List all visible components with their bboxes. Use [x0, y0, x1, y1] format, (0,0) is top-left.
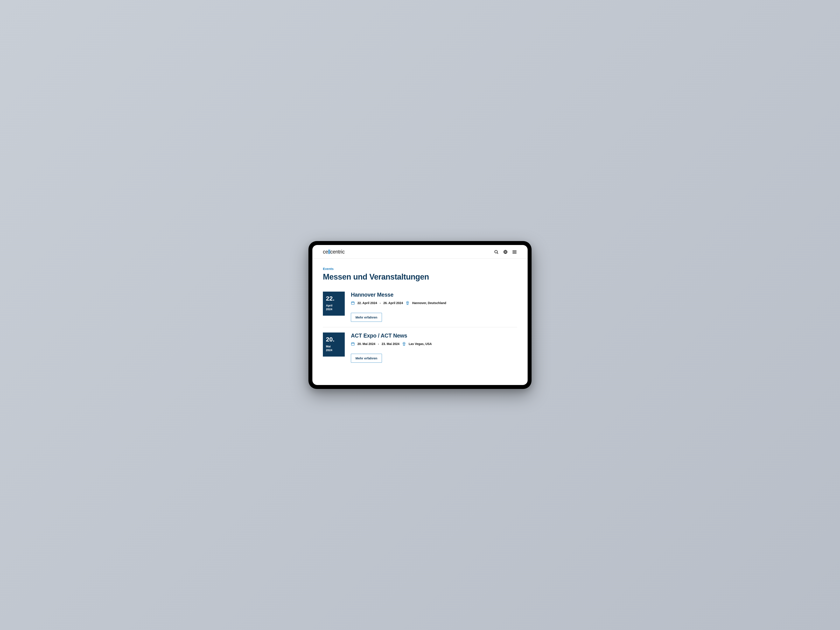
date-block: 22. April 2024 — [323, 292, 345, 316]
learn-more-button[interactable]: Mehr erfahren — [351, 354, 382, 363]
content: Events Messen und Veranstaltungen 22. Ap… — [313, 259, 527, 385]
device-frame: cecentric Events Messen und Veranstaltun… — [308, 241, 532, 389]
globe-icon[interactable] — [503, 249, 508, 255]
svg-rect-6 — [351, 302, 354, 305]
date-separator: - — [378, 342, 379, 346]
event-row: 22. April 2024 Hannover Messe 22. April … — [323, 292, 517, 327]
svg-point-10 — [407, 302, 408, 303]
menu-icon[interactable] — [512, 249, 517, 255]
date-day: 20. — [326, 336, 342, 343]
svg-point-16 — [404, 343, 404, 344]
event-start-date: 22. April 2024 — [357, 301, 377, 305]
location-icon — [402, 342, 406, 346]
event-meta: 22. April 2024 - 26. April 2024 Hannover… — [351, 301, 517, 305]
event-body: ACT Expo / ACT News 20. Mai 2024 - 23. M… — [351, 333, 517, 363]
header: cecentric — [313, 245, 527, 259]
calendar-icon — [351, 301, 355, 305]
event-end-date: 26. April 2024 — [383, 301, 403, 305]
event-title[interactable]: ACT Expo / ACT News — [351, 333, 517, 339]
event-end-date: 23. Mai 2024 — [382, 342, 399, 346]
learn-more-button[interactable]: Mehr erfahren — [351, 313, 382, 322]
logo-bars-icon — [328, 249, 330, 254]
location-icon — [406, 301, 409, 305]
header-actions — [494, 249, 517, 255]
date-month: April — [326, 304, 342, 308]
calendar-icon — [351, 342, 355, 346]
screen: cecentric Events Messen und Veranstaltun… — [313, 245, 527, 385]
date-block: 20. Mai 2024 — [323, 333, 345, 357]
event-title[interactable]: Hannover Messe — [351, 292, 517, 298]
date-month: Mai — [326, 345, 342, 349]
date-separator: - — [380, 301, 381, 305]
event-row: 20. Mai 2024 ACT Expo / ACT News 20. Mai… — [323, 333, 517, 368]
event-location: Las Vegas, USA — [409, 342, 432, 346]
brand-logo[interactable]: cecentric — [323, 249, 344, 255]
date-day: 22. — [326, 295, 342, 302]
page-title: Messen und Veranstaltungen — [323, 272, 517, 281]
page-eyebrow: Events — [323, 267, 517, 271]
date-year: 2024 — [326, 308, 342, 311]
event-start-date: 20. Mai 2024 — [357, 342, 375, 346]
event-location: Hannover, Deutschland — [412, 301, 446, 305]
search-icon[interactable] — [494, 249, 499, 255]
event-meta: 20. Mai 2024 - 23. Mai 2024 Las Vegas, U… — [351, 342, 517, 346]
logo-text-pre: ce — [323, 249, 328, 255]
svg-rect-12 — [351, 343, 354, 346]
logo-text-post: centric — [330, 249, 345, 255]
svg-line-1 — [497, 253, 498, 254]
date-year: 2024 — [326, 349, 342, 352]
event-body: Hannover Messe 22. April 2024 - 26. Apri… — [351, 292, 517, 322]
